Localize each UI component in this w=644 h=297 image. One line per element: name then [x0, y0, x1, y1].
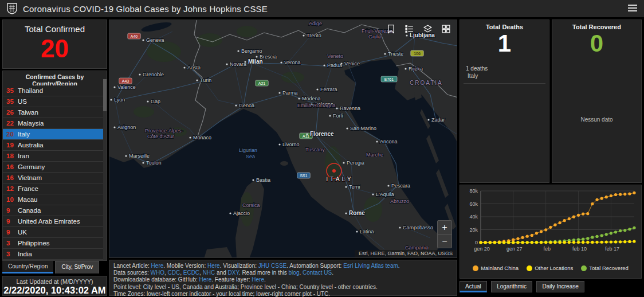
- list-tab-bar: Country/Region City, St/Prov: [2, 261, 107, 273]
- country-row[interactable]: 9Canada: [3, 205, 107, 216]
- info-link[interactable]: Here: [252, 276, 264, 283]
- info-link[interactable]: ECDC: [183, 269, 199, 276]
- country-row[interactable]: 19Australia: [3, 140, 107, 151]
- svg-text:Bastia: Bastia: [256, 177, 270, 183]
- tab-actual[interactable]: Actual: [460, 281, 487, 292]
- country-row[interactable]: 10Macau: [3, 194, 107, 205]
- svg-text:Tuscany: Tuscany: [305, 147, 325, 153]
- map[interactable]: A40A43A21A11SS1E761106 GenevaLyonValence…: [109, 19, 457, 258]
- svg-text:A43: A43: [122, 79, 129, 83]
- svg-text:A40: A40: [131, 34, 138, 38]
- country-row[interactable]: 26Taiwan: [3, 107, 107, 118]
- svg-text:Rome: Rome: [349, 210, 365, 216]
- svg-text:Veneto: Veneto: [327, 53, 343, 59]
- deaths-detail-count: 1 deaths: [466, 65, 549, 72]
- map-marker-label: ITALY: [326, 175, 354, 182]
- country-row[interactable]: 12France: [3, 183, 107, 194]
- country-row[interactable]: 22Malaysia: [3, 118, 107, 129]
- tab-country-region[interactable]: Country/Region: [2, 261, 53, 273]
- total-confirmed-value: 20: [3, 34, 107, 64]
- total-deaths-panel: Total Deaths 1 1 deaths Italy: [460, 19, 549, 183]
- deaths-detail[interactable]: 1 deaths Italy: [466, 65, 549, 80]
- svg-text:Perugia: Perugia: [347, 160, 364, 166]
- info-link[interactable]: Contact US: [303, 269, 332, 276]
- svg-text:Ravenna: Ravenna: [340, 105, 360, 111]
- info-link[interactable]: Esri Living Atlas team: [343, 263, 398, 269]
- zoom-out-button[interactable]: −: [438, 235, 451, 248]
- svg-text:Parma: Parma: [282, 90, 298, 96]
- info-link[interactable]: WHO: [150, 269, 164, 276]
- tab-daily-increase[interactable]: Daily Increase: [536, 281, 584, 292]
- basemap-icon[interactable]: [441, 24, 451, 34]
- svg-text:20k: 20k: [469, 227, 478, 233]
- svg-text:feb 17: feb 17: [605, 246, 619, 252]
- zoom-control: + −: [437, 220, 452, 248]
- svg-text:Venice: Venice: [344, 61, 360, 67]
- svg-text:Zadar: Zadar: [431, 117, 445, 123]
- svg-text:Trento: Trento: [307, 33, 321, 38]
- country-row[interactable]: 35Thailand: [3, 85, 107, 96]
- svg-text:Novara: Novara: [230, 61, 246, 67]
- svg-text:Rijeka: Rijeka: [409, 66, 423, 72]
- svg-text:106: 106: [414, 52, 421, 56]
- svg-text:Ligurian: Ligurian: [239, 147, 257, 153]
- info-link[interactable]: Here: [207, 263, 220, 269]
- country-row[interactable]: 9United Arab Emirates: [3, 216, 107, 227]
- info-link[interactable]: Here: [199, 276, 212, 283]
- bookmark-icon[interactable]: [386, 24, 396, 34]
- svg-text:A11: A11: [303, 134, 309, 138]
- info-panel: Lancet Article: Here. Mobile Version: He…: [109, 260, 457, 296]
- svg-text:E761: E761: [384, 77, 394, 81]
- svg-text:Pescara: Pescara: [391, 183, 410, 189]
- trend-chart-svg[interactable]: gen 20gen 27febfeb 10feb 17020k40k60k80k: [460, 185, 641, 262]
- deaths-detail-country: Italy: [466, 72, 549, 80]
- zoom-in-button[interactable]: +: [438, 221, 451, 235]
- svg-text:Emilia-Romagna: Emilia-Romagna: [297, 103, 336, 108]
- svg-text:Genoa: Genoa: [239, 103, 254, 108]
- country-row[interactable]: 3India: [3, 249, 107, 260]
- jhu-shield-icon: [7, 3, 17, 14]
- chart-legend: Mainland ChinaOther LocationsTotal Recov…: [460, 265, 641, 271]
- svg-text:Toulon: Toulon: [146, 160, 162, 166]
- scrollbar-thumb[interactable]: [103, 79, 107, 111]
- country-row[interactable]: 16Vietnam: [3, 173, 107, 183]
- svg-text:feb 10: feb 10: [572, 246, 587, 252]
- info-link[interactable]: Here: [151, 263, 164, 269]
- info-lines: Lancet Article: Here. Mobile Version: He…: [113, 263, 453, 297]
- svg-text:Provence-Alpes-: Provence-Alpes-: [145, 128, 183, 134]
- country-row[interactable]: 20Italy: [3, 129, 107, 140]
- info-link[interactable]: CDC: [168, 269, 180, 276]
- svg-text:40k: 40k: [469, 214, 478, 220]
- map-attribution: Esri, HERE, Garmin, FAO, NOAA, USGS: [355, 250, 457, 257]
- map-canvas[interactable]: A40A43A21A11SS1E761106 GenevaLyonValence…: [109, 20, 457, 258]
- country-list-scrollbar[interactable]: [103, 79, 107, 260]
- svg-text:Sea: Sea: [246, 154, 255, 159]
- svg-text:gen 27: gen 27: [506, 246, 523, 252]
- country-row[interactable]: 9UK: [3, 227, 107, 238]
- dashboard: Coronavirus COVID-19 Global Cases by Joh…: [0, 0, 644, 297]
- country-row[interactable]: 18Iran: [3, 151, 107, 162]
- legend-icon[interactable]: [405, 24, 414, 34]
- header: Coronavirus COVID-19 Global Cases by Joh…: [0, 0, 644, 18]
- country-row[interactable]: 16Germany: [3, 162, 107, 173]
- tab-city-stprov[interactable]: City, St/Prov: [55, 261, 99, 273]
- svg-text:Avignon: Avignon: [117, 124, 136, 130]
- info-link[interactable]: blog: [289, 269, 300, 276]
- svg-text:gen 20: gen 20: [474, 246, 490, 252]
- svg-text:Terni: Terni: [349, 184, 360, 190]
- info-link[interactable]: NHC: [203, 269, 215, 276]
- svg-text:Ajaccio: Ajaccio: [233, 210, 250, 216]
- tab-logarithmic[interactable]: Logarithmic: [491, 281, 532, 292]
- country-row[interactable]: 3Philippines: [3, 238, 107, 249]
- country-row[interactable]: 35US: [3, 96, 107, 107]
- legend-item[interactable]: Mainland China: [473, 265, 519, 271]
- menu-icon[interactable]: [628, 5, 637, 11]
- total-recovered-panel: Total Recovered 0 Nessun dato: [552, 19, 642, 183]
- layers-icon[interactable]: [423, 24, 433, 34]
- svg-text:Monaco: Monaco: [193, 135, 211, 140]
- info-link[interactable]: JHU CSSE: [258, 263, 286, 269]
- legend-item[interactable]: Total Recovered: [581, 265, 629, 271]
- legend-item[interactable]: Other Locations: [527, 265, 573, 271]
- info-link[interactable]: DXY: [228, 269, 239, 276]
- svg-text:Livorno: Livorno: [282, 142, 300, 147]
